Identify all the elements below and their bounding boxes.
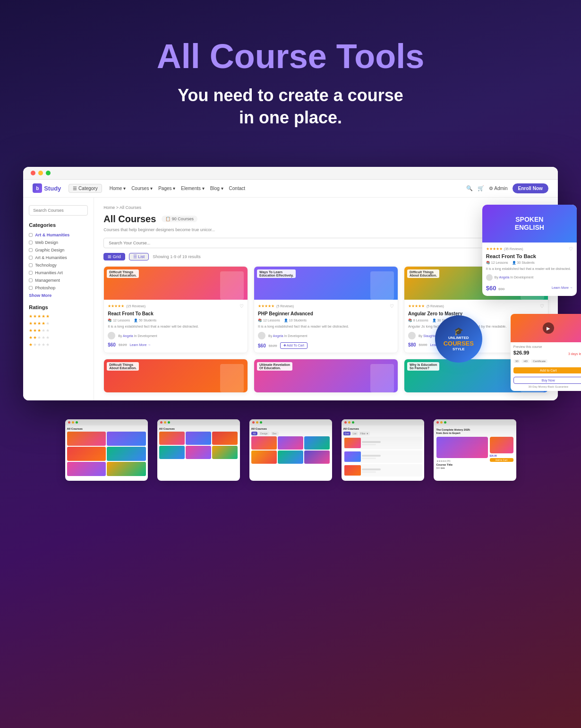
hero-subtitle: You need to create a coursein one place. — [9, 85, 572, 129]
rating-3-stars[interactable]: ★★★★★ — [29, 328, 88, 333]
price-footer-1: $60 $120 Learn More → — [108, 342, 244, 347]
checkbox-humanities[interactable] — [29, 271, 33, 275]
rating-2-stars[interactable]: ★★★★★ — [29, 335, 88, 340]
grid-view-button[interactable]: ⊞ Grid — [103, 253, 125, 260]
wishlist-icon-1[interactable]: ♡ — [239, 303, 244, 309]
checkbox-ps[interactable] — [29, 286, 33, 290]
fc-lessons: 📚 12 Lessons — [486, 261, 508, 265]
thumb-person-1 — [220, 271, 244, 300]
sidebar-item-art-humanities-2[interactable]: Art & Humanities — [29, 255, 88, 260]
thumb-label-1: Difficult ThingsAbout Education. — [107, 269, 139, 278]
checkbox-graphic[interactable] — [29, 248, 33, 252]
nav-link-courses[interactable]: Courses ▾ — [131, 186, 153, 191]
window-minimize-dot — [38, 171, 43, 175]
learn-more-1[interactable]: Learn More → — [130, 343, 151, 347]
course-footer-1: By Angela In Development — [108, 332, 244, 339]
nav-link-blog[interactable]: Blog ▾ — [210, 186, 223, 191]
thumbnail-3[interactable]: All Courses All Design Dev — [249, 419, 332, 481]
thumbnail-4[interactable]: All Courses Grid List Filter ▼ — [342, 419, 424, 481]
add-to-cart-preview[interactable]: Add to Cart — [513, 367, 581, 373]
tp-bar-1 — [65, 419, 148, 425]
sidebar-item-graphic-design[interactable]: Graphic Design — [29, 248, 88, 252]
checkbox-mgmt[interactable] — [29, 278, 33, 282]
tp-dot-y-5 — [440, 421, 443, 424]
rating-1-star[interactable]: ★★★★★ — [29, 342, 88, 347]
tp-content-4: All Courses Grid List Filter ▼ — [342, 425, 424, 478]
checkbox-tech[interactable] — [29, 263, 33, 267]
sidebar-item-photoshop[interactable]: Photoshop — [29, 286, 88, 290]
thumb-label-2: Ways To LearnEducation Effectively. — [257, 269, 296, 278]
course-search-input[interactable] — [103, 238, 518, 248]
lessons-1: 📚 12 Lessons — [108, 319, 130, 322]
search-icon[interactable]: 🔍 — [466, 185, 473, 191]
fc-wishlist[interactable]: ♡ — [569, 246, 573, 251]
floating-spoken-english-card: SPOKENENGLISH ★★★★★ (35 Reviews) ♡ React… — [482, 205, 577, 296]
rating-4-stars[interactable]: ★★★★★ — [29, 321, 88, 326]
category-btn-label: ☰ Category — [73, 186, 97, 191]
search-courses-input[interactable] — [29, 205, 88, 216]
fc-title: React Front To Back — [486, 253, 573, 259]
tp-bar-3 — [249, 419, 332, 425]
filter-bar: ⚙ Filter — [103, 238, 548, 248]
browser-bar — [23, 167, 558, 180]
nav-actions: 🔍 🛒 ⚙ Admin Enroll Now — [466, 183, 548, 193]
categories-title: Categories — [29, 222, 88, 228]
thumb-label-6: Why Is EducationSo Famous? — [407, 362, 439, 371]
admin-link[interactable]: ⚙ Admin — [489, 186, 508, 191]
wishlist-icon-2[interactable]: ♡ — [390, 303, 394, 309]
thumbnail-2[interactable]: All Courses — [157, 419, 240, 481]
checkbox-art2[interactable] — [29, 256, 33, 260]
list-view-button[interactable]: ☰ List — [129, 253, 149, 260]
days-left: 3 days left — [568, 352, 581, 355]
fc-learn-more[interactable]: Learn More → — [552, 286, 573, 289]
fc-price: $60 — [486, 285, 496, 292]
thumbnails-section: All Courses All Courses — [0, 410, 581, 500]
thumbnail-1[interactable]: All Courses — [65, 419, 148, 481]
wishlist-icon-3[interactable]: ♡ — [540, 303, 544, 309]
add-to-cart-2[interactable]: ✚ Add To Cart — [280, 342, 308, 349]
nav-link-pages[interactable]: Pages ▾ — [158, 186, 175, 191]
category-button[interactable]: ☰ Category — [68, 184, 102, 193]
preview-play-button[interactable]: ▶ — [543, 322, 554, 334]
thumb-label-5: Ultimate RevelationOf Education. — [257, 362, 292, 371]
buy-now-preview[interactable]: Buy Now — [513, 377, 581, 384]
logo-text: Study — [44, 185, 61, 192]
stamp-line3: STYLE — [453, 347, 465, 351]
stamp-line1: UNLIMITED — [448, 336, 469, 340]
money-back-guarantee: 30-Day Money-Back Guarantee — [513, 385, 581, 388]
rating-5-stars[interactable]: ★★★★★ — [29, 314, 88, 319]
main-browser-window: b Study ☰ Category Home ▾ Courses ▾ Page… — [23, 167, 558, 401]
course-title-2: PHP Beginner Advanced — [258, 311, 394, 317]
fc-avatar — [486, 274, 493, 281]
nav-link-home[interactable]: Home ▾ — [110, 186, 126, 191]
preview-thumb: ▶ — [511, 314, 581, 342]
lessons-2: 📚 12 Lessons — [258, 319, 280, 322]
nav-link-elements[interactable]: Elements ▾ — [181, 186, 204, 191]
sidebar-item-management[interactable]: Management — [29, 278, 88, 283]
show-more-link[interactable]: Show More — [29, 293, 88, 298]
enroll-now-button[interactable]: Enroll Now — [513, 183, 548, 193]
course-card-1: Difficult ThingsAbout Education. ★★★★★ (… — [103, 266, 248, 354]
sidebar-item-technology[interactable]: Technology — [29, 263, 88, 268]
checkbox-web[interactable] — [29, 241, 33, 244]
thumbnail-5[interactable]: The Complete History 2025:from Zero to E… — [434, 419, 516, 481]
course-rating-1: ★★★★★ (15 Reviews) ♡ — [108, 303, 244, 309]
page-description: Courses that help beginner designers bec… — [103, 227, 548, 232]
tp-dot-r-5 — [436, 421, 439, 424]
sidebar-item-art-humanities-1[interactable]: Art & Humanities — [29, 233, 88, 237]
sidebar-item-web-design[interactable]: Web Design — [29, 240, 88, 245]
nav-link-contact[interactable]: Contact — [229, 186, 245, 191]
course-thumb-2: Ways To LearnEducation Effectively. — [254, 267, 398, 300]
cart-icon[interactable]: 🛒 — [478, 185, 484, 191]
sidebar-item-humanities-art[interactable]: Humanities Art — [29, 270, 88, 275]
sidebar-label-tech: Technology — [35, 263, 57, 268]
course-footer-2: By Angela In Development — [258, 332, 394, 339]
checkbox-art[interactable] — [29, 233, 33, 237]
price-current-3: $80 — [408, 342, 416, 347]
tp-dot-r-3 — [252, 421, 255, 424]
hero-title: All Course Tools — [9, 38, 572, 75]
page-title: All Courses — [103, 214, 156, 225]
course-title-1: React Front To Back — [108, 311, 244, 317]
rating-text-1: (15 Reviews) — [126, 304, 145, 308]
author-avatar-2 — [258, 332, 265, 339]
